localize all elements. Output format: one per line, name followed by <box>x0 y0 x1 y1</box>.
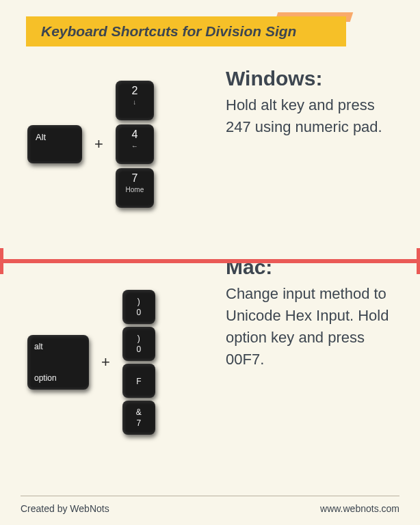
key-main: 7 <box>131 172 137 185</box>
mac-section: alt option + ) 0 ) 0 F & 7 Mac: Change i <box>21 256 399 435</box>
key-sub: Home <box>126 186 144 193</box>
windows-num-stack: 2 ↓ 4 ← 7 Home <box>116 81 154 208</box>
footer-credit: Created by WebNots <box>21 503 109 514</box>
key-bot: 0 <box>137 345 142 354</box>
footer: Created by WebNots www.webnots.com <box>21 498 399 514</box>
windows-section: Alt + 2 ↓ 4 ← 7 Home Windows: Hold alt k… <box>21 67 399 208</box>
numpad-key: 7 Home <box>116 168 154 208</box>
key-bot: 7 <box>137 418 142 428</box>
windows-heading: Windows: <box>226 67 393 90</box>
key-main: 2 <box>131 85 137 97</box>
key-top: & <box>136 407 142 417</box>
hex-key: ) 0 <box>122 327 155 361</box>
windows-keys: Alt + 2 ↓ 4 ← 7 Home <box>27 81 219 208</box>
divider-line <box>3 259 417 263</box>
key-option-label: option <box>34 373 57 383</box>
hex-key: ) 0 <box>122 290 155 324</box>
mac-body: Change input method to Unicode Hex Input… <box>226 283 393 371</box>
windows-body: Hold alt key and press 247 using numeric… <box>226 94 393 138</box>
alt-key: Alt <box>27 125 82 163</box>
key-main: 4 <box>131 129 137 141</box>
option-key: alt option <box>27 335 89 390</box>
down-arrow-icon: ↓ <box>133 98 136 106</box>
mac-keys: alt option + ) 0 ) 0 F & 7 <box>27 290 219 435</box>
footer-divider <box>21 496 399 496</box>
mac-key-stack: ) 0 ) 0 F & 7 <box>122 290 155 435</box>
title-block: Keyboard Shortcuts for Division Sign <box>21 16 399 46</box>
numpad-key: 2 ↓ <box>116 81 154 120</box>
footer-url: www.webnots.com <box>320 503 399 514</box>
divider-cap-right <box>417 248 420 274</box>
page-title: Keyboard Shortcuts for Division Sign <box>26 16 346 46</box>
left-arrow-icon: ← <box>131 142 138 150</box>
hex-key: F <box>122 364 155 398</box>
key-top: ) <box>137 297 140 306</box>
section-divider <box>0 247 420 275</box>
hex-key: & 7 <box>122 401 155 435</box>
key-bot: 0 <box>137 308 142 317</box>
key-top: ) <box>137 334 140 343</box>
numpad-key: 4 ← <box>116 124 154 164</box>
key-alt-label: alt <box>34 342 43 351</box>
windows-text: Windows: Hold alt key and press 247 usin… <box>219 67 393 138</box>
key-bot: F <box>136 377 141 386</box>
plus-icon: + <box>99 353 113 371</box>
plus-icon: + <box>92 135 106 153</box>
